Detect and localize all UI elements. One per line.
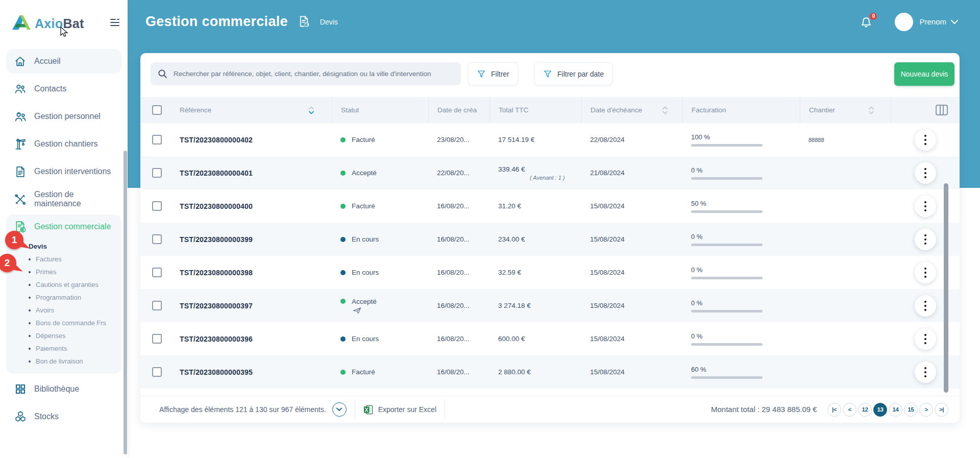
- sidebar-item-bibliotheque[interactable]: Bibliothèque: [6, 377, 121, 401]
- notifications-button[interactable]: 0: [859, 14, 873, 30]
- sidebar-subitem-bon-de-livraison[interactable]: Bon de livraison: [29, 355, 121, 368]
- export-excel-button[interactable]: Exporter sur Excel: [363, 405, 436, 415]
- progress-bar: [691, 277, 763, 279]
- filter-button[interactable]: Filtrer: [468, 62, 518, 85]
- row-actions-button[interactable]: [915, 196, 936, 217]
- sidebar-collapse-icon[interactable]: [109, 18, 120, 29]
- sidebar-item-gestion-chantiers[interactable]: Gestion chantiers: [6, 132, 121, 156]
- chevron-down-icon[interactable]: [950, 19, 959, 25]
- row-checkbox[interactable]: [152, 334, 162, 344]
- column-settings-icon[interactable]: [935, 104, 948, 116]
- sidebar-scrollbar[interactable]: [124, 151, 127, 454]
- row-checkbox[interactable]: [152, 268, 162, 277]
- user-name[interactable]: Prenom: [919, 17, 946, 26]
- chevron-down-icon: [336, 407, 342, 412]
- sidebar-subitem-d-penses[interactable]: Dépenses: [29, 329, 121, 342]
- pagination-first[interactable]: |<: [827, 403, 841, 417]
- filter-by-date-button[interactable]: Filtrer par date: [534, 62, 612, 85]
- row-due-date: 15/08/2024: [590, 235, 625, 243]
- app-logo-text: AxioBat: [35, 16, 84, 31]
- row-checkbox[interactable]: [152, 234, 162, 244]
- pagination-page-12[interactable]: 12: [858, 403, 872, 417]
- pagination-prev[interactable]: <: [843, 403, 856, 417]
- funnel-icon: [477, 69, 486, 79]
- row-reference[interactable]: TST/20230800000401: [180, 169, 253, 177]
- status-dot-icon: [340, 299, 346, 304]
- row-status: En cours: [352, 335, 379, 343]
- row-actions-button[interactable]: [915, 129, 936, 151]
- pagination-page-15[interactable]: 15: [904, 403, 918, 417]
- row-total: 339.46 €: [498, 165, 525, 173]
- sidebar-item-gestion-de-maintenance[interactable]: Gestion de maintenance: [6, 187, 121, 211]
- row-actions-button[interactable]: [915, 328, 936, 350]
- page-size-dropdown[interactable]: [332, 402, 347, 417]
- row-creation-date: 16/08/20...: [437, 269, 470, 276]
- table-footer: Affichage des éléments 121 à 130 sur 967…: [140, 396, 960, 423]
- table-body: TST/20230800000402 Facturé 23/08/20... 1…: [140, 123, 960, 389]
- table-row: TST/20230800000396 En cours 16/08/20... …: [140, 322, 960, 355]
- select-all-checkbox[interactable]: [152, 105, 162, 115]
- sidebar-item-accueil[interactable]: Accueil: [6, 49, 121, 74]
- row-actions-button[interactable]: [915, 229, 936, 250]
- progress-bar: [691, 244, 763, 246]
- sidebar-subitem-paiements[interactable]: Paiements: [29, 342, 121, 355]
- row-total: 600.00 €: [498, 335, 525, 343]
- sidebar-item-gestion-interventions[interactable]: Gestion interventions: [6, 159, 121, 184]
- row-actions-button[interactable]: [915, 262, 936, 283]
- avatar[interactable]: [895, 13, 913, 31]
- sidebar-subitem-bons-de-commande-frs[interactable]: Bons de commande Frs: [29, 317, 121, 329]
- sidebar-subitem-programmation[interactable]: Programmation: [29, 291, 121, 304]
- row-checkbox[interactable]: [152, 168, 162, 178]
- row-actions-button[interactable]: [915, 162, 936, 184]
- table-scrollbar[interactable]: [944, 183, 948, 393]
- table-row: TST/20230800000402 Facturé 23/08/20... 1…: [140, 123, 960, 156]
- send-icon[interactable]: [353, 307, 362, 314]
- progress-bar: [691, 310, 763, 312]
- row-creation-date: 16/08/20...: [437, 235, 470, 243]
- row-status: En cours: [352, 235, 379, 243]
- row-checkbox[interactable]: [152, 201, 162, 211]
- sidebar-item-gestion-commerciale[interactable]: Gestion commerciale: [6, 214, 121, 239]
- progress-bar: [691, 144, 763, 147]
- sidebar: AxioBat Accueil Contacts: [0, 0, 128, 458]
- row-checkbox[interactable]: [152, 135, 162, 144]
- row-creation-date: 16/08/20...: [437, 302, 470, 309]
- progress-bar: [691, 343, 763, 346]
- row-reference[interactable]: TST/20230800000396: [180, 335, 253, 343]
- table-header: Référence Statut Date de créa Total TTC …: [140, 97, 960, 123]
- row-reference[interactable]: TST/20230800000397: [180, 302, 253, 310]
- sidebar-subitem-devis[interactable]: Devis: [29, 240, 121, 253]
- row-progress-label: 0 %: [691, 233, 702, 240]
- sort-due-date-icon[interactable]: [662, 106, 668, 114]
- row-checkbox[interactable]: [152, 301, 162, 310]
- new-quote-button[interactable]: Nouveau devis: [894, 62, 954, 86]
- search-icon: [158, 69, 167, 79]
- row-progress-label: 0 %: [691, 299, 702, 307]
- sidebar-subitem-cautions-et-garanties[interactable]: Cautions et garanties: [29, 278, 121, 291]
- sidebar-item-contacts[interactable]: Contacts: [6, 77, 121, 101]
- status-dot-icon: [340, 370, 346, 375]
- row-actions-button[interactable]: [915, 361, 936, 383]
- pagination-page-13[interactable]: 13: [873, 403, 887, 417]
- sidebar-item-stocks[interactable]: Stocks: [6, 404, 121, 429]
- row-progress-label: 0 %: [691, 166, 702, 174]
- row-actions-button[interactable]: [915, 295, 936, 317]
- pagination-page-14[interactable]: 14: [889, 403, 902, 417]
- row-checkbox[interactable]: [152, 367, 162, 377]
- workers-icon: [13, 110, 27, 124]
- pagination-last[interactable]: >|: [935, 403, 948, 417]
- row-reference[interactable]: TST/20230800000399: [180, 235, 253, 244]
- sidebar-subitem-avoirs[interactable]: Avoirs: [29, 304, 121, 317]
- sidebar-subitem-factures[interactable]: Factures: [29, 253, 121, 266]
- row-reference[interactable]: TST/20230800000395: [180, 368, 253, 376]
- search-input[interactable]: [174, 70, 454, 78]
- row-reference[interactable]: TST/20230800000398: [180, 269, 253, 277]
- sort-reference-icon[interactable]: [308, 106, 314, 114]
- sort-chantier-icon[interactable]: [868, 106, 874, 114]
- sidebar-subitem-primes[interactable]: Primes: [29, 266, 121, 278]
- row-reference[interactable]: TST/20230800000400: [180, 202, 253, 210]
- pagination-next[interactable]: >: [919, 403, 933, 417]
- sidebar-item-gestion-personnel[interactable]: Gestion personnel: [6, 104, 121, 129]
- row-reference[interactable]: TST/20230800000402: [180, 136, 253, 144]
- row-status: Facturé: [352, 136, 375, 143]
